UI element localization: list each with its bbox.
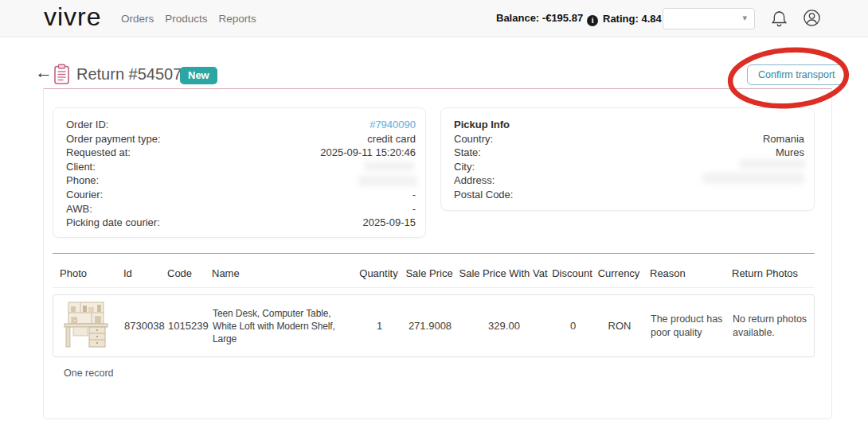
status-badge: New xyxy=(180,67,217,84)
cell-name: Teen Desk, Computer Table, White Loft wi… xyxy=(205,307,357,345)
balance-value: -€195.87 xyxy=(542,12,583,24)
col-sale-price-with-vat: Sale Price With Vat xyxy=(457,263,549,279)
redacted-address-value xyxy=(702,173,804,184)
nav-item-reports[interactable]: Reports xyxy=(219,13,256,25)
cell-reason: The product has poor quality xyxy=(643,313,725,340)
field-label: Postal Code: xyxy=(454,188,513,202)
rating-value: 4.84 xyxy=(641,13,661,25)
order-id-link[interactable]: #7940090 xyxy=(369,118,416,132)
order-row-picking-date: Picking date courier: 2025-09-15 xyxy=(66,216,416,230)
vivre-logo[interactable]: vivre xyxy=(44,2,102,32)
field-value: Romania xyxy=(763,132,804,146)
field-value: credit card xyxy=(367,132,416,146)
page-title-text: Return xyxy=(76,65,124,83)
field-value: 2025-09-11 15:20:46 xyxy=(320,146,416,160)
caret-down-icon: ▾ xyxy=(742,13,747,23)
cell-id: 8730038 xyxy=(117,320,161,332)
cell-currency: RON xyxy=(596,320,643,332)
field-label: State: xyxy=(454,146,481,160)
col-code: Code xyxy=(160,263,205,279)
cell-return-photos: No return photos available. xyxy=(725,313,815,340)
field-value: 2025-09-15 xyxy=(363,216,416,230)
order-row-awb: AWB: - xyxy=(66,202,416,216)
page-title: Return #545079 xyxy=(76,65,190,84)
pickup-row-country: Country: Romania xyxy=(454,132,804,146)
balance-label: Balance: xyxy=(496,12,539,24)
header-dropdown[interactable]: ▾ xyxy=(663,8,755,29)
redacted-phone-value xyxy=(358,176,417,186)
field-label: Requested at: xyxy=(66,146,131,160)
order-row-client: Client: xyxy=(66,160,416,174)
order-row-courier: Courier: - xyxy=(66,188,416,202)
back-button[interactable]: ← xyxy=(35,64,53,81)
cell-quantity: 1 xyxy=(357,320,402,332)
col-photo: Photo xyxy=(53,263,116,279)
record-count: One record xyxy=(64,368,114,379)
return-clipboard-icon xyxy=(53,64,70,88)
pickup-row-postal: Postal Code: xyxy=(454,188,804,202)
cell-sale-price-with-vat: 329.00 xyxy=(458,320,550,332)
items-table-header: Photo Id Code Name Quantity Sale Price S… xyxy=(53,263,815,288)
field-label: AWB: xyxy=(66,202,92,216)
order-row-requested: Requested at: 2025-09-11 15:20:46 xyxy=(66,146,416,160)
field-label: Phone: xyxy=(66,173,99,188)
col-sale-price: Sale Price xyxy=(401,263,457,279)
confirm-transport-button[interactable]: Confirm transport xyxy=(747,64,846,85)
field-label: Order ID: xyxy=(66,118,108,132)
field-label: Client: xyxy=(66,160,96,174)
field-value: Mures xyxy=(776,146,804,160)
redacted-city-value xyxy=(739,159,806,169)
col-id: Id xyxy=(116,263,160,279)
col-discount: Discount xyxy=(549,263,595,279)
cell-discount: 0 xyxy=(550,320,596,332)
info-icon[interactable]: i xyxy=(587,15,598,26)
table-row: 8730038 1015239 Teen Desk, Computer Tabl… xyxy=(53,294,815,357)
field-label: Country: xyxy=(454,132,493,146)
nav-item-orders[interactable]: Orders xyxy=(121,13,154,25)
main-nav: Orders Products Reports xyxy=(121,13,256,25)
field-value: - xyxy=(412,188,416,202)
rating-label: Rating: xyxy=(603,13,639,25)
redacted-client-value xyxy=(365,162,414,171)
nav-item-products[interactable]: Products xyxy=(165,13,207,25)
product-photo[interactable] xyxy=(53,300,117,352)
field-label: Order payment type: xyxy=(66,132,161,146)
field-value: - xyxy=(412,202,416,216)
col-name: Name xyxy=(205,263,356,279)
field-label: Courier: xyxy=(66,188,103,202)
col-currency: Currency xyxy=(595,263,643,279)
cell-code: 1015239 xyxy=(161,320,205,332)
field-label: Address: xyxy=(454,173,495,188)
table-top-divider xyxy=(53,253,815,254)
order-row-id: Order ID: #7940090 xyxy=(66,118,416,132)
top-bar: vivre Orders Products Reports Balance: -… xyxy=(0,0,868,37)
pickup-row-state: State: Mures xyxy=(454,146,804,160)
pickup-card-title: Pickup Info xyxy=(454,118,804,132)
bell-icon[interactable] xyxy=(771,10,788,31)
order-info-card: Order ID: #7940090 Order payment type: c… xyxy=(53,107,426,238)
screen: vivre Orders Products Reports Balance: -… xyxy=(0,0,868,436)
field-label: Picking date courier: xyxy=(66,216,160,230)
field-label: City: xyxy=(454,160,475,174)
col-reason: Reason xyxy=(643,263,725,279)
col-quantity: Quantity xyxy=(356,263,401,279)
col-return-photos: Return Photos xyxy=(725,263,815,279)
product-desk-image xyxy=(63,300,109,349)
balance: Balance: -€195.87i xyxy=(496,12,598,26)
account-icon[interactable] xyxy=(803,9,821,30)
cell-sale-price: 271.9008 xyxy=(402,320,458,332)
order-row-payment: Order payment type: credit card xyxy=(66,132,416,146)
